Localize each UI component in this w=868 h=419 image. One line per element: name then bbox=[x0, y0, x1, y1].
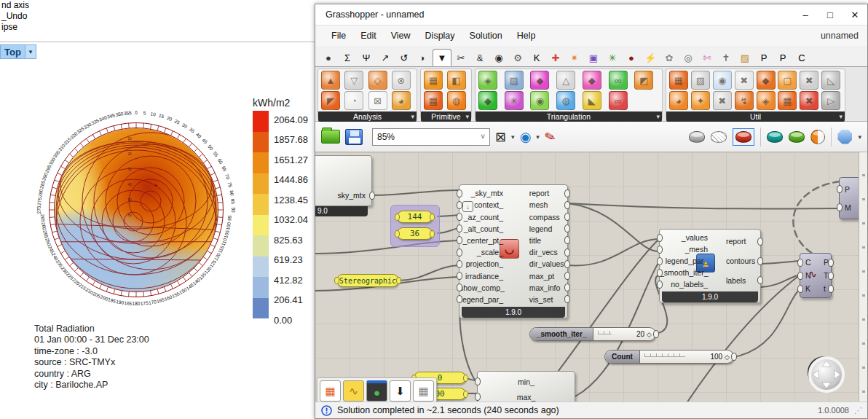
menu-file[interactable]: File bbox=[324, 31, 353, 41]
canvas-compass-widget[interactable] bbox=[805, 353, 845, 394]
component-icon[interactable]: ⊠ bbox=[368, 91, 387, 110]
component-icon[interactable]: ∞ bbox=[609, 71, 628, 90]
input-port[interactable] bbox=[475, 377, 481, 385]
component-icon[interactable]: ✖ bbox=[713, 91, 732, 110]
component-icon[interactable]: ◇ bbox=[368, 71, 387, 90]
component-icon[interactable]: ◩ bbox=[634, 71, 653, 90]
gh-titlebar[interactable]: Grasshopper - unnamed – □ ✕ bbox=[315, 4, 867, 25]
component-icon[interactable]: ◆ bbox=[583, 71, 601, 90]
chevron-down-icon[interactable]: ˅ bbox=[481, 133, 489, 141]
tab-plugin-ui[interactable]: ▣ bbox=[584, 49, 603, 66]
resize-grip[interactable]: ⋰ bbox=[854, 406, 861, 415]
viewport-tab-top[interactable]: Top ▼ bbox=[0, 44, 36, 59]
component-icon[interactable]: ⊗ bbox=[392, 71, 411, 90]
tab-sets[interactable]: Ψ bbox=[357, 49, 376, 66]
component-icon[interactable]: ✦ bbox=[691, 91, 710, 110]
tab-rhino-tools[interactable]: ⚙ bbox=[508, 49, 527, 66]
tab-transform[interactable]: & bbox=[470, 49, 489, 66]
panel-caption[interactable]: Triangulation▾ bbox=[476, 111, 662, 122]
component-icon[interactable]: ✳ bbox=[505, 91, 524, 110]
tab-curve[interactable]: ↺ bbox=[395, 49, 414, 66]
sketch-pen-button[interactable]: ✎ bbox=[542, 128, 557, 146]
input-port[interactable] bbox=[657, 269, 663, 277]
canvas-scroll-strip[interactable] bbox=[859, 152, 867, 402]
zoom-extents-button[interactable]: ⊠ bbox=[495, 129, 506, 145]
tab-display[interactable]: ◉ bbox=[489, 49, 508, 66]
component-icon[interactable]: ◔ bbox=[344, 91, 363, 110]
component-icon[interactable]: ✖ bbox=[800, 71, 818, 90]
legend-widget-icon[interactable]: ▦ bbox=[320, 380, 341, 402]
tab-honeybee[interactable]: ✳ bbox=[603, 49, 622, 66]
component-icon[interactable]: ✖ bbox=[800, 91, 818, 110]
sky-matrix-component[interactable]: sky_mtx bbox=[315, 155, 372, 206]
component-icon[interactable]: ◣ bbox=[583, 91, 601, 110]
input-port[interactable] bbox=[657, 234, 663, 242]
component-icon[interactable]: ▦ bbox=[669, 71, 688, 90]
tab-kangaroo[interactable]: K bbox=[527, 49, 546, 66]
input-port[interactable] bbox=[797, 259, 803, 267]
menu-view[interactable]: View bbox=[384, 31, 418, 41]
slider-label[interactable]: Count bbox=[605, 351, 640, 363]
az-count-panel[interactable]: 144 bbox=[397, 211, 433, 223]
tab-plugin-p1[interactable]: P bbox=[754, 49, 773, 66]
component-icon[interactable]: ▦ bbox=[778, 91, 797, 110]
contour-component[interactable]: ▲ 1.9.0 _values_meshlegend_par__smooth_i… bbox=[659, 229, 761, 303]
open-file-button[interactable] bbox=[321, 130, 340, 144]
component-icon[interactable]: ◕ bbox=[669, 91, 688, 110]
panel-caption[interactable]: Analysis▾ bbox=[318, 111, 417, 122]
minmax-component[interactable]: min_max_ bbox=[477, 371, 575, 402]
component-icon[interactable]: ◆ bbox=[757, 71, 776, 90]
preview-off-button[interactable] bbox=[689, 131, 705, 143]
tab-plugin-mask[interactable]: ◎ bbox=[679, 49, 698, 66]
tab-plugin-c[interactable]: C bbox=[792, 49, 811, 66]
output-port[interactable] bbox=[653, 330, 659, 338]
output-port[interactable] bbox=[369, 192, 375, 200]
menu-solution[interactable]: Solution bbox=[462, 31, 510, 41]
group-style-button[interactable] bbox=[837, 130, 852, 144]
tab-plugin-plus[interactable]: ✚ bbox=[546, 49, 565, 66]
tab-maths[interactable]: Σ bbox=[338, 49, 357, 66]
panel-caption[interactable]: Util▾ bbox=[666, 111, 845, 122]
component-icon[interactable]: ◆ bbox=[478, 91, 497, 110]
component-icon[interactable]: ◧ bbox=[447, 71, 466, 90]
component-icon[interactable]: ◉ bbox=[530, 91, 549, 110]
gh-canvas[interactable]: sky_mtx 9.0 144 36 Stereographic ◡ ↓ 1.9… bbox=[315, 152, 859, 402]
input-port[interactable] bbox=[457, 189, 462, 197]
tab-ladybug-legacy[interactable]: ● bbox=[622, 49, 641, 66]
tab-ladybug-flame[interactable]: ✴ bbox=[565, 49, 584, 66]
only-draw-selected-button[interactable] bbox=[767, 131, 783, 143]
zoom-level-combobox[interactable]: 85% ˅ bbox=[372, 128, 490, 146]
component-icon[interactable]: ▨ bbox=[691, 71, 710, 90]
close-button[interactable]: ✕ bbox=[843, 5, 867, 24]
curve-cp-component[interactable]: ∿ CNKPTt bbox=[800, 253, 832, 298]
download-widget-icon[interactable]: ⬇ bbox=[390, 380, 411, 402]
slider-label[interactable]: _smooth_iter_ bbox=[530, 328, 593, 340]
component-icon[interactable]: ◈ bbox=[757, 91, 776, 110]
tab-plugin-flower[interactable]: ✿ bbox=[660, 49, 679, 66]
tab-plugin-cross[interactable]: ✝ bbox=[717, 49, 735, 66]
input-port[interactable] bbox=[457, 260, 462, 268]
render-widget-icon[interactable]: ● bbox=[366, 380, 387, 402]
tab-mesh[interactable]: ▼ bbox=[433, 49, 451, 66]
grid-widget-icon[interactable]: ▦ bbox=[413, 380, 434, 402]
input-port[interactable] bbox=[475, 393, 481, 401]
input-port[interactable] bbox=[457, 224, 462, 232]
viewport-tab-dropdown[interactable]: ▼ bbox=[25, 45, 36, 58]
tab-surface[interactable]: ◗ bbox=[414, 49, 433, 66]
panel-caption[interactable]: Primitive▾ bbox=[421, 111, 471, 122]
component-icon[interactable]: △ bbox=[556, 71, 575, 90]
output-port[interactable] bbox=[731, 353, 737, 361]
input-port[interactable] bbox=[457, 272, 462, 280]
smooth-iter-slider[interactable]: _smooth_iter_20◇ bbox=[529, 327, 656, 341]
menu-edit[interactable]: Edit bbox=[353, 31, 384, 41]
component-icon[interactable]: ✖ bbox=[735, 71, 754, 90]
alt-count-panel[interactable]: 36 bbox=[397, 227, 433, 240]
zoom-extents-dropdown[interactable]: ▾ bbox=[511, 133, 515, 141]
component-icon[interactable]: ◉ bbox=[713, 71, 732, 90]
preview-eye-button[interactable]: ◉ bbox=[520, 129, 532, 145]
component-icon[interactable]: ∞ bbox=[609, 91, 628, 110]
component-icon[interactable]: ▨ bbox=[505, 71, 524, 90]
slider-ticks[interactable] bbox=[598, 331, 612, 334]
preview-mesh-quality-button[interactable] bbox=[810, 130, 825, 144]
preview-wireframe-button[interactable] bbox=[711, 131, 727, 143]
